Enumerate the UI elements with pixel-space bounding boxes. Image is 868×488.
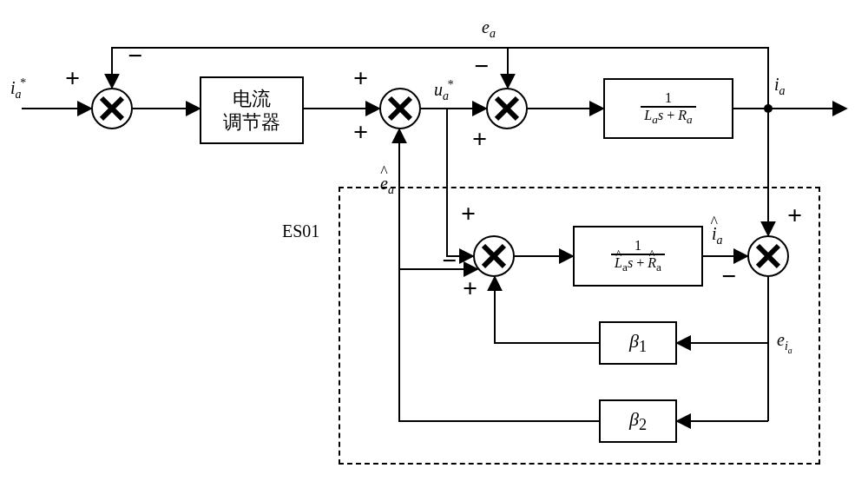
sum2-sign-bottom: + — [353, 119, 368, 145]
block-beta1: β1 — [599, 321, 677, 365]
block-model: 1 Las + Ra — [573, 226, 703, 287]
sum2-sign-left: + — [353, 65, 368, 91]
block-diagram: ia* ea ia + − 电流调节器 + + ua* − + 1 Las + … — [0, 0, 868, 488]
node-ia — [764, 104, 773, 113]
block-current-regulator: 电流调节器 — [200, 76, 304, 144]
plant-tf: 1 Las + Ra — [641, 90, 695, 127]
sum5-sign-top: + — [787, 202, 802, 228]
sum1 — [91, 88, 133, 129]
eso-label: ES01 — [282, 221, 319, 241]
sum4-sign-minus: − — [442, 247, 457, 274]
label-ea: ea — [482, 17, 496, 41]
sum4-sign-left: + — [461, 201, 476, 227]
beta2-label: β2 — [629, 408, 647, 434]
label-eia: eia — [777, 330, 792, 355]
block-plant: 1 Las + Ra — [603, 78, 733, 139]
sum3 — [486, 88, 528, 129]
model-tf: 1 Las + Ra — [611, 238, 665, 274]
sum2 — [379, 88, 421, 129]
sum4 — [473, 235, 515, 277]
beta1-label: β1 — [629, 330, 647, 356]
label-ia-ref: ia* — [10, 76, 26, 102]
label-ea-hat: ea — [380, 174, 394, 197]
sum5-sign-left: − — [721, 263, 736, 289]
sum5 — [747, 235, 789, 277]
label-ua-ref: ua* — [434, 78, 453, 103]
current-regulator-label: 电流调节器 — [223, 87, 280, 135]
label-ia: ia — [774, 75, 786, 98]
sum1-sign-plus: + — [65, 65, 80, 91]
sum3-sign-top: − — [474, 53, 489, 79]
sum1-sign-minus: − — [128, 43, 142, 69]
block-beta2: β2 — [599, 399, 677, 443]
sum4-sign-bottom: + — [463, 275, 477, 301]
label-ia-hat: ia — [712, 224, 723, 247]
sum3-sign-left: + — [472, 126, 487, 152]
